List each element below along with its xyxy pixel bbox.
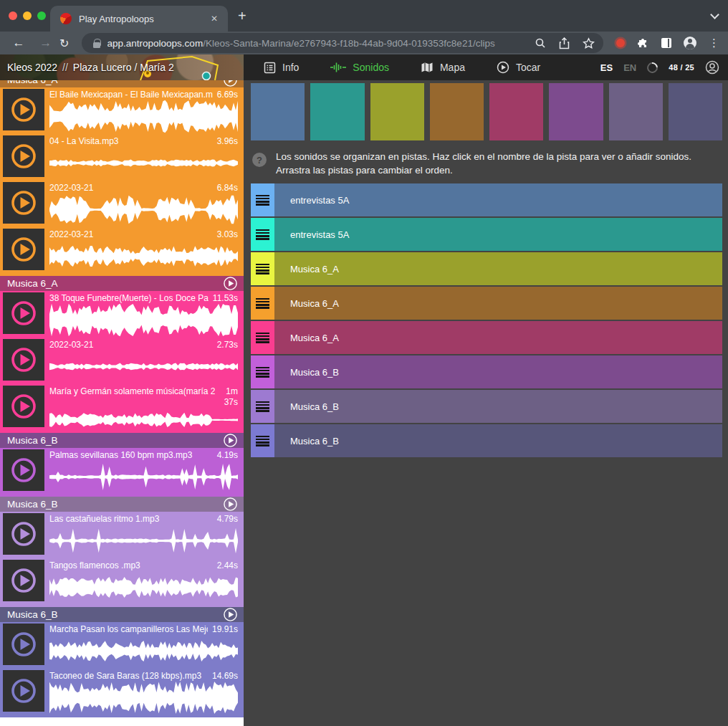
address-bar[interactable]: app.antropoloops.com/Kleos-Santa-Marina/… <box>82 33 603 53</box>
browser-tab[interactable]: Play Antropoloops ✕ <box>50 6 228 32</box>
tab-info[interactable]: Info <box>264 62 299 74</box>
clip-play-button[interactable] <box>3 182 44 224</box>
section-play-icon[interactable] <box>223 497 238 512</box>
clip-row: El Baile Mexicapan - El Baile Mexicapan.… <box>3 89 241 133</box>
breadcrumb-project[interactable]: Kleos 2022 <box>7 62 57 73</box>
play-icon <box>9 235 38 264</box>
clip-waveform <box>49 460 238 494</box>
track-swatch[interactable] <box>251 83 305 140</box>
clip-play-button[interactable] <box>3 560 44 601</box>
track-swatch[interactable] <box>370 83 424 140</box>
play-icon <box>9 392 38 421</box>
section-play-icon[interactable] <box>223 80 238 87</box>
track-row[interactable]: entrevistas 5A <box>251 218 722 251</box>
clip-play-button[interactable] <box>3 670 44 712</box>
reload-button[interactable]: ↻ <box>56 37 73 50</box>
section-header[interactable]: Musica 6_B <box>0 433 244 448</box>
clip-play-button[interactable] <box>3 229 44 270</box>
clip-title: Palmas sevillanas 160 bpm mp3.mp3 <box>49 450 213 460</box>
track-row[interactable]: Musica 6_B <box>251 390 722 423</box>
location-map-thumbnail[interactable]: Kleos 2022 // Plaza Lucero / María 2 <box>0 54 244 80</box>
tab-search-chevron-icon[interactable] <box>710 10 719 19</box>
clip-play-button[interactable] <box>3 339 44 381</box>
tab-mapa[interactable]: Mapa <box>421 62 465 73</box>
clip-play-button[interactable] <box>3 624 44 665</box>
track-drag-handle[interactable] <box>251 183 274 216</box>
lang-en-button[interactable]: EN <box>623 62 636 73</box>
new-tab-button[interactable]: + <box>238 9 246 22</box>
tab-sonidos[interactable]: Sonidos <box>330 62 389 73</box>
lock-icon[interactable] <box>93 39 100 48</box>
zoom-icon[interactable] <box>535 37 546 49</box>
tab-tocar-label: Tocar <box>516 62 540 73</box>
close-tab-icon[interactable]: ✕ <box>208 12 221 25</box>
track-swatch[interactable] <box>430 83 484 140</box>
clip-play-button[interactable] <box>3 292 44 334</box>
bookmark-star-icon[interactable] <box>583 37 595 49</box>
track-row-body[interactable]: Musica 6_A <box>274 287 722 320</box>
forward-button[interactable]: → <box>37 36 54 50</box>
track-row[interactable]: Musica 6_A <box>251 287 722 320</box>
maximize-window-button[interactable] <box>37 11 46 20</box>
track-row-label: entrevistas 5A <box>274 229 349 240</box>
track-row-body[interactable]: Musica 6_A <box>274 252 722 285</box>
section-header[interactable]: Musica 6_B <box>0 607 244 622</box>
track-drag-handle[interactable] <box>251 355 274 388</box>
tab-tocar[interactable]: Tocar <box>497 61 540 74</box>
share-icon[interactable] <box>559 37 570 49</box>
track-row-body[interactable]: entrevistas 5A <box>274 218 722 251</box>
track-swatch[interactable] <box>669 83 722 140</box>
section-header[interactable]: Musica 6_B <box>0 497 244 512</box>
url-text[interactable]: app.antropoloops.com/Kleos-Santa-Marina/… <box>107 38 529 49</box>
back-button[interactable]: ← <box>10 36 27 50</box>
track-drag-handle[interactable] <box>251 252 274 285</box>
track-swatch[interactable] <box>609 83 663 140</box>
lang-es-button[interactable]: ES <box>600 62 613 73</box>
side-panel-icon[interactable] <box>661 38 671 48</box>
browser-menu-icon[interactable]: ⋮ <box>709 37 719 49</box>
extensions-puzzle-icon[interactable] <box>637 37 649 49</box>
section-play-icon[interactable] <box>223 607 238 622</box>
track-drag-handle[interactable] <box>251 321 274 354</box>
section-play-icon[interactable] <box>223 276 238 291</box>
close-window-button[interactable] <box>9 11 17 20</box>
track-swatch[interactable] <box>310 83 364 140</box>
clip-play-button[interactable] <box>3 89 44 130</box>
track-swatch[interactable] <box>489 83 543 140</box>
track-row-body[interactable]: Musica 6_B <box>274 424 722 457</box>
recording-indicator-icon[interactable] <box>616 39 625 47</box>
section-play-icon[interactable] <box>223 433 238 448</box>
play-icon <box>9 188 38 217</box>
track-drag-handle[interactable] <box>251 218 274 251</box>
section-header[interactable]: Musica 6_A <box>0 80 244 87</box>
clip-play-button[interactable] <box>3 513 44 555</box>
track-row[interactable]: Musica 6_A <box>251 321 722 354</box>
clip-waveform <box>49 146 238 180</box>
track-row-body[interactable]: Musica 6_A <box>274 321 722 354</box>
account-icon[interactable] <box>705 60 719 75</box>
drag-handle-icon <box>256 298 269 309</box>
track-row-body[interactable]: entrevistas 5A <box>274 183 722 216</box>
track-row-body[interactable]: Musica 6_B <box>274 355 722 388</box>
clip-play-button[interactable] <box>3 135 44 177</box>
clip-main: 2022-03-21 6.84s <box>44 182 241 226</box>
track-drag-handle[interactable] <box>251 390 274 423</box>
breadcrumb[interactable]: Kleos 2022 // Plaza Lucero / María 2 <box>7 54 174 80</box>
track-drag-handle[interactable] <box>251 287 274 320</box>
track-row[interactable]: Musica 6_B <box>251 424 722 457</box>
section-header[interactable]: Musica 6_A <box>0 276 244 291</box>
main-content: Musica 6_A El Baile Mexicapan - El Baile… <box>0 80 728 726</box>
track-drag-handle[interactable] <box>251 424 274 457</box>
track-row-body[interactable]: Musica 6_B <box>274 390 722 423</box>
clip-play-button[interactable] <box>3 449 44 491</box>
track-row[interactable]: entrevistas 5A <box>251 183 722 216</box>
track-row[interactable]: Musica 6_B <box>251 355 722 388</box>
profile-avatar[interactable] <box>684 37 696 49</box>
track-swatch[interactable] <box>549 83 603 140</box>
help-question-icon[interactable]: ? <box>252 153 267 167</box>
browser-window: Play Antropoloops ✕ + ← → ↻ app.antropol… <box>0 0 728 726</box>
minimize-window-button[interactable] <box>23 11 32 20</box>
track-row[interactable]: Musica 6_A <box>251 252 722 285</box>
clip-play-button[interactable] <box>3 386 44 427</box>
section-title: Musica 6_B <box>7 609 223 620</box>
